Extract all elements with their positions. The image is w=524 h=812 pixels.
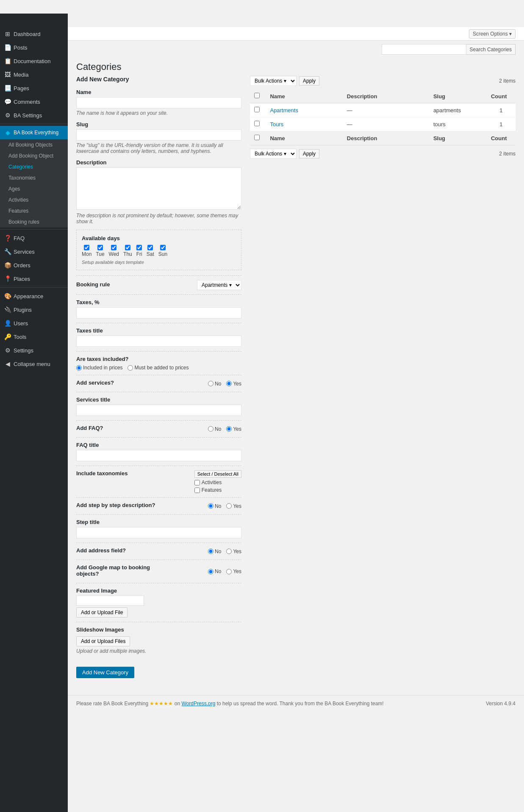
add-services-label: Add services?	[76, 380, 114, 386]
features-checkbox[interactable]	[194, 488, 200, 493]
sidebar-item-booking-rules[interactable]: Booking rules	[0, 216, 68, 227]
step-title-input[interactable]	[76, 527, 241, 538]
posts-icon: 📄	[4, 44, 11, 51]
sidebar-item-dashboard[interactable]: ⊞ Dashboard	[0, 27, 68, 41]
sidebar-item-features[interactable]: Features	[0, 205, 68, 216]
taxes-included-radio[interactable]	[76, 365, 82, 371]
day-sun-label: Sun	[158, 251, 167, 257]
address-field-section: Add address field? No Yes	[76, 543, 241, 560]
step-no-radio[interactable]	[208, 503, 213, 509]
top-apply-button[interactable]: Apply	[299, 76, 319, 86]
wordpress-org-link[interactable]: WordPress.org	[182, 701, 216, 707]
sidebar-item-orders[interactable]: 📦 Orders	[0, 258, 68, 272]
row-checkbox[interactable]	[254, 107, 260, 112]
category-link[interactable]: Tours	[270, 121, 283, 127]
sidebar-item-ba-book-everything[interactable]: ◆ BA Book Everything	[0, 126, 68, 139]
sidebar-item-documentation[interactable]: 📋 Documentation	[0, 54, 68, 68]
table-footer-count: Count	[487, 131, 516, 145]
taxes-input[interactable]	[76, 307, 241, 319]
footer-rating-text: Please rate BA Book Everything	[76, 701, 148, 707]
day-fri-checkbox[interactable]	[136, 245, 142, 250]
select-deselect-all-button[interactable]: Select / Deselect All	[194, 470, 241, 478]
slug-input[interactable]	[76, 129, 241, 141]
sidebar-item-media[interactable]: 🖼 Media	[0, 68, 68, 81]
sidebar-item-tools[interactable]: 🔑 Tools	[0, 330, 68, 344]
map-no-radio[interactable]	[208, 569, 213, 574]
add-upload-files-button[interactable]: Add or Upload Files	[76, 636, 130, 646]
search-categories-button[interactable]: Search Categories	[466, 44, 516, 55]
faq-no-label: No	[215, 426, 221, 432]
sidebar-item-faq[interactable]: ❓ FAQ	[0, 231, 68, 245]
sidebar-item-ba-settings[interactable]: ⚙ BA Settings	[0, 108, 68, 122]
booking-rule-select[interactable]: Apartments ▾ Tours	[197, 280, 241, 290]
screen-options-button[interactable]: Screen Options ▾	[469, 29, 516, 39]
select-all-footer-checkbox[interactable]	[254, 135, 260, 140]
row-checkbox[interactable]	[254, 121, 260, 126]
faq-no-radio[interactable]	[208, 426, 213, 432]
sidebar-item-places[interactable]: 📍 Places	[0, 272, 68, 285]
featured-image-label: Featured Image	[76, 588, 241, 594]
day-tue-label: Tue	[96, 251, 104, 257]
taxes-must-be-added-radio[interactable]	[128, 365, 133, 371]
services-title-label: Services title	[76, 396, 241, 403]
search-categories-input[interactable]	[382, 44, 466, 55]
featured-image-input[interactable]	[76, 596, 144, 606]
footer-rating: Please rate BA Book Everything ★★★★★ on …	[76, 701, 384, 707]
sidebar-item-services[interactable]: 🔧 Services	[0, 245, 68, 258]
step-yes-radio[interactable]	[226, 503, 232, 509]
activities-label: Activities	[202, 479, 222, 485]
bottom-bulk-actions-select[interactable]: Bulk Actions ▾	[250, 149, 297, 159]
faq-yes-radio[interactable]	[226, 426, 232, 432]
sidebar-item-taxonomies[interactable]: Taxonomies	[0, 172, 68, 183]
google-map-label: Add Google map to booking objects?	[76, 564, 161, 577]
day-wed-checkbox[interactable]	[111, 245, 116, 250]
sidebar-item-add-booking-object[interactable]: Add Booking Object	[0, 150, 68, 161]
sidebar-item-posts[interactable]: 📄 Posts	[0, 41, 68, 54]
sidebar-item-plugins[interactable]: 🔌 Plugins	[0, 303, 68, 316]
add-upload-file-button[interactable]: Add or Upload File	[76, 607, 128, 618]
media-icon: 🖼	[4, 71, 11, 78]
add-new-category-submit[interactable]: Add New Category	[76, 667, 134, 678]
sidebar-item-ages[interactable]: Ages	[0, 183, 68, 194]
featured-image-section: Featured Image Add or Upload File	[76, 583, 241, 622]
services-yes-radio[interactable]	[226, 381, 232, 386]
sidebar-item-activities[interactable]: Activities	[0, 194, 68, 205]
day-sat-checkbox[interactable]	[147, 245, 153, 250]
table-header-description: Description	[343, 89, 429, 103]
taxes-title-input[interactable]	[76, 335, 241, 347]
map-yes-radio[interactable]	[226, 569, 232, 574]
activities-checkbox[interactable]	[194, 480, 200, 485]
select-all-checkbox[interactable]	[254, 93, 260, 98]
category-link[interactable]: Apartments	[270, 107, 298, 114]
sidebar-item-categories[interactable]: Categories	[0, 161, 68, 172]
address-field-radio-group: No Yes	[208, 549, 241, 554]
services-title-input[interactable]	[76, 405, 241, 416]
addr-yes-radio[interactable]	[226, 549, 232, 554]
day-sun-checkbox[interactable]	[160, 245, 166, 250]
description-label: Description	[76, 159, 241, 166]
description-textarea[interactable]	[76, 167, 241, 210]
sidebar-item-label: Appearance	[14, 293, 43, 299]
sidebar-item-comments[interactable]: 💬 Comments	[0, 95, 68, 108]
map-yes-label: Yes	[233, 568, 241, 574]
sidebar-item-pages[interactable]: 📃 Pages	[0, 81, 68, 95]
day-tue-checkbox[interactable]	[97, 245, 103, 250]
row-slug-col: apartments	[429, 103, 487, 117]
sidebar-item-appearance[interactable]: 🎨 Appearance	[0, 289, 68, 303]
faq-icon: ❓	[4, 235, 11, 241]
footer-help-text: to help us spread the word. Thank you fr…	[217, 701, 384, 707]
slideshow-images-hint: Upload or add multiple images.	[76, 648, 241, 654]
addr-no-radio[interactable]	[208, 549, 213, 554]
sidebar-item-users[interactable]: 👤 Users	[0, 316, 68, 330]
day-mon-checkbox[interactable]	[84, 245, 89, 250]
top-bulk-actions-select[interactable]: Bulk Actions ▾	[250, 76, 297, 86]
bottom-apply-button[interactable]: Apply	[299, 149, 319, 158]
name-input[interactable]	[76, 97, 241, 108]
sidebar-item-settings[interactable]: ⚙ Settings	[0, 344, 68, 357]
faq-title-input[interactable]	[76, 450, 241, 461]
day-thu-checkbox[interactable]	[125, 245, 130, 250]
sidebar-item-all-booking-objects[interactable]: All Booking Objects	[0, 139, 68, 150]
sidebar-item-collapse[interactable]: ◀ Collapse menu	[0, 357, 68, 371]
services-no-radio[interactable]	[208, 381, 213, 386]
step-title-section: Step title	[76, 514, 241, 543]
